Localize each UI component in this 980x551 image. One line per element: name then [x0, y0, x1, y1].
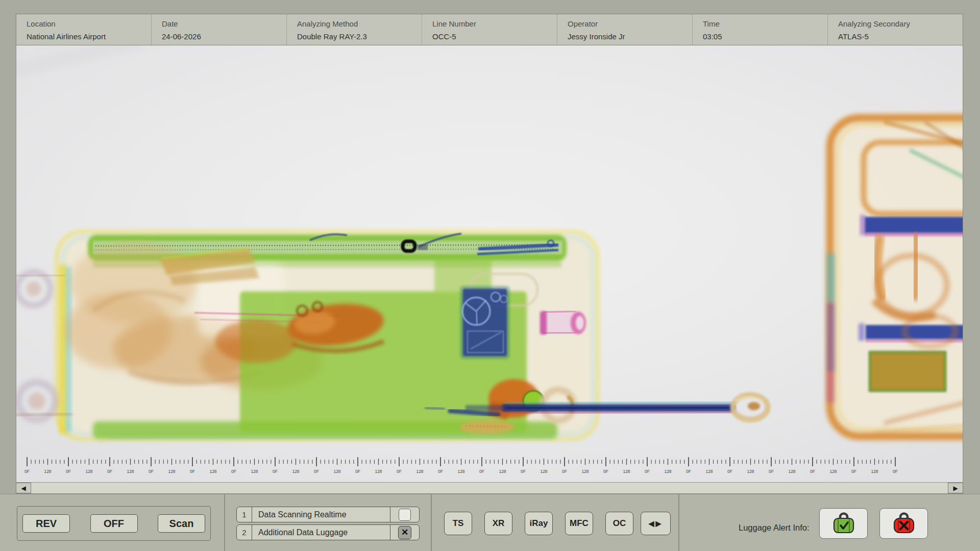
mfc-button[interactable]: MFC [565, 512, 593, 535]
field-label: Analyzing Secondary [838, 19, 960, 29]
field-label: Date [162, 19, 283, 29]
field-value: National Airlines Airport [27, 32, 148, 41]
option-row-data-scanning[interactable]: 1 Data Scanning Realtime [236, 507, 420, 522]
field-value: Double Ray RAY-2.3 [297, 32, 419, 41]
field-label: Location [27, 19, 148, 29]
scanner-app: Location National Airlines Airport Date … [0, 0, 980, 551]
bar-divider [224, 494, 225, 551]
option-number: 1 [237, 507, 252, 522]
x-mark-icon: ✕ [401, 528, 408, 537]
ts-button[interactable]: TS [444, 512, 472, 535]
bar-divider [678, 494, 679, 551]
xray-second-suitcase [827, 118, 963, 436]
option-checkbox-unchecked[interactable] [399, 509, 411, 521]
luggage-ok-icon [830, 512, 857, 535]
scroll-left-icon: ◀ [21, 485, 26, 492]
header-cell-location: Location National Airlines Airport [16, 14, 152, 45]
off-button[interactable]: OFF [90, 514, 138, 533]
header-cell-operator: Operator Jessy Ironside Jr [557, 14, 693, 45]
header-cell-analyzing-secondary: Analyzing Secondary ATLAS-5 [828, 14, 963, 45]
scroll-right-button[interactable]: ▶ [948, 483, 963, 493]
field-value: 24-06-2026 [162, 32, 283, 41]
transport-group: REV OFF Scan [17, 506, 211, 541]
xray-bottle [540, 311, 586, 335]
field-value: 03:05 [703, 32, 824, 41]
scroll-right-icon: ▶ [953, 485, 958, 492]
header-cell-line-number: Line Number OCC-5 [422, 14, 557, 45]
scan-button[interactable]: Scan [158, 514, 205, 533]
mode-buttons: TS XR iRay MFC OC ◀ ▶ [444, 512, 671, 535]
header-cell-time: Time 03:05 [693, 14, 828, 45]
bar-divider [431, 494, 432, 551]
iray-button[interactable]: iRay [525, 512, 553, 535]
header-cell-date: Date 24-06-2026 [152, 14, 287, 45]
pager-left-icon: ◀ [649, 519, 656, 528]
field-label: Operator [568, 19, 689, 29]
rev-button[interactable]: REV [22, 514, 70, 533]
option-checkbox-checked[interactable]: ✕ [398, 526, 411, 539]
horizontal-scrollbar: ◀ ▶ [16, 482, 963, 494]
luggage-ok-button[interactable] [819, 508, 868, 539]
option-label: Data Scanning Realtime [252, 507, 390, 522]
luggage-danger-button[interactable] [879, 508, 928, 539]
luggage-danger-icon [891, 512, 917, 535]
option-number: 2 [237, 525, 252, 540]
option-row-additional-data[interactable]: 2 Additional Data Luggage ✕ [236, 524, 420, 540]
field-value: OCC-5 [432, 32, 554, 41]
xray-hard-drive [461, 287, 509, 358]
luggage-alert-label: Luggage Alert Info: [739, 523, 810, 533]
option-checkbox-cell: ✕ [390, 525, 419, 540]
field-label: Time [703, 19, 824, 29]
xray-viewport: 0F1280F1280F1280F1280F1280F1280F1280F128… [16, 45, 963, 482]
option-checkbox-cell [390, 507, 419, 522]
field-value: Jessy Ironside Jr [568, 32, 689, 41]
xray-image [16, 45, 963, 482]
scroll-left-button[interactable]: ◀ [16, 483, 31, 493]
xr-button[interactable]: XR [484, 512, 512, 535]
scroll-track[interactable] [31, 483, 948, 493]
pager-button[interactable]: ◀ ▶ [641, 512, 671, 535]
oc-button[interactable]: OC [605, 512, 633, 535]
header-cell-analyzing-method: Analyzing Method Double Ray RAY-2.3 [287, 14, 422, 45]
info-header: Location National Airlines Airport Date … [16, 14, 963, 45]
field-label: Line Number [432, 19, 554, 29]
option-label: Additional Data Luggage [252, 525, 390, 540]
field-label: Analyzing Method [297, 19, 419, 29]
field-value: ATLAS-5 [838, 32, 960, 41]
pager-right-icon: ▶ [656, 519, 663, 528]
control-bar: REV OFF Scan 1 Data Scanning Realtime 2 … [0, 494, 980, 551]
